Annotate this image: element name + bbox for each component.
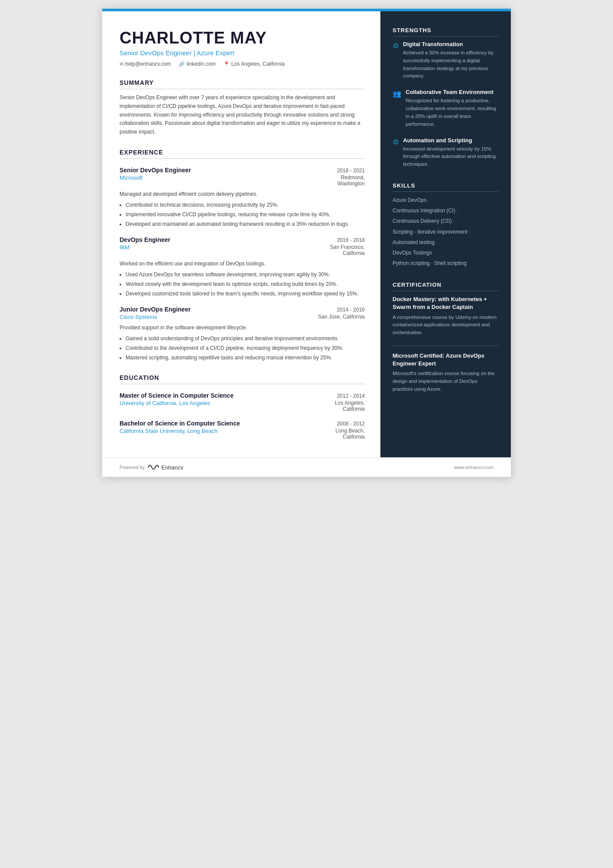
logo-icon [147,464,160,471]
edu-1-school: University of California, Los Angeles [120,400,210,412]
enhancv-logo: Enhancv [147,464,183,471]
job-3-bullet-1: Gained a solid understanding of DevOps p… [126,335,365,343]
edu-2-school-row: California State University, Long Beach … [120,428,365,440]
strengths-section: STRENGTHS ⚙ Digital Transformation Achie… [393,27,499,168]
contact-email: ✉ help@enhancv.com [120,61,171,67]
job-2-bullet-3: Developed customized tools tailored to t… [126,290,365,298]
email-icon: ✉ [120,61,123,67]
team-icon: 👥 [393,90,401,128]
job-1-location: Redmond,Washington [337,174,365,187]
certification-title: CERTIFICATION [393,282,499,291]
skill-7: Python scripting · Shell scripting [393,259,499,268]
job-2-bullet-1: Used Azure DevOps for seamless software … [126,271,365,279]
strength-3: ⚙ Automation and Scripting Increased dev… [393,137,499,168]
edu-2-school: California State University, Long Beach [120,428,217,440]
skill-5: Automated testing · [393,238,499,247]
right-column: STRENGTHS ⚙ Digital Transformation Achie… [380,11,511,457]
edu-2: Bachelor of Science in Computer Science … [120,420,365,440]
powered-by-text: Powered by [120,465,145,470]
job-2-dates: 2016 - 2018 [337,237,365,243]
experience-section: EXPERIENCE Senior DevOps Engineer 2018 -… [120,149,365,362]
job-1-company: Microsoft [120,174,143,187]
job-3-bullets: Gained a solid understanding of DevOps p… [120,335,365,362]
strength-1: ⚙ Digital Transformation Achieved a 30% … [393,41,499,80]
edu-2-header: Bachelor of Science in Computer Science … [120,420,365,427]
linkedin-text: linkedin.com [187,61,216,67]
summary-text: Senior DevOps Engineer with over 7 years… [120,94,365,137]
job-2-header: DevOps Engineer 2016 - 2018 [120,236,365,243]
edu-1-school-row: University of California, Los Angeles Lo… [120,400,365,412]
cert-1: Docker Mastery: with Kubernetes + Swarm … [393,295,499,337]
strength-1-content: Digital Transformation Achieved a 30% in… [403,41,499,80]
cert-2-title: Microsoft Certified: Azure DevOps Engine… [393,352,499,368]
job-1-bullet-2: Implemented innovative CI/CD pipeline to… [126,211,365,219]
link-icon: 🔗 [179,61,185,67]
job-2-description: Worked on the efficient use and integrat… [120,260,365,268]
edu-2-dates: 2008 - 2012 [337,421,365,427]
strength-1-desc: Achieved a 30% increase in efficiency by… [403,49,499,80]
job-3-header: Junior DevOps Engineer 2014 - 2016 [120,306,365,313]
job-1-bullets: Contributed to technical decisions, incr… [120,201,365,229]
job-2: DevOps Engineer 2016 - 2018 IBM San Fran… [120,236,365,298]
job-1-bullet-1: Contributed to technical decisions, incr… [126,201,365,209]
cert-2: Microsoft Certified: Azure DevOps Engine… [393,352,499,393]
job-2-company-row: IBM San Francisco,California [120,244,365,256]
location-text: Los Angeles, California [231,61,285,67]
footer-website: www.enhancv.com [454,465,493,470]
footer: Powered by Enhancv www.enhancv.com [102,457,511,477]
summary-section: SUMMARY Senior DevOps Engineer with over… [120,79,365,137]
strength-3-content: Automation and Scripting Increased devel… [403,137,499,168]
edu-2-degree: Bachelor of Science in Computer Science [120,420,240,427]
job-1-description: Managed and developed efficient custom d… [120,190,365,198]
contact-linkedin: 🔗 linkedin.com [179,61,216,67]
job-1-company-row: Microsoft Redmond,Washington [120,174,365,187]
strength-1-title: Digital Transformation [403,41,499,47]
job-3-location: San Jose, California [318,314,365,320]
job-1-dates: 2018 - 2021 [337,168,365,174]
skills-title: SKILLS [393,182,499,192]
job-3-company: Cisco Systems [120,314,157,320]
job-3-bullet-3: Mastered scripting, automating repetitiv… [126,354,365,362]
edu-1-location: Los Angeles,California [335,400,365,412]
cert-1-title: Docker Mastery: with Kubernetes + Swarm … [393,295,499,311]
skill-3: Continuous Delivery (CD) · [393,217,499,225]
job-3-company-row: Cisco Systems San Jose, California [120,314,365,320]
skill-1: Azure DevOps · [393,196,499,204]
certification-section: CERTIFICATION Docker Mastery: with Kuber… [393,282,499,393]
job-2-bullets: Used Azure DevOps for seamless software … [120,271,365,298]
skill-4: Scripting · Iterative improvement · [393,228,499,236]
job-1-bullet-3: Developed and maintained an automated te… [126,220,365,228]
edu-1: Master of Science in Computer Science 20… [120,392,365,412]
job-2-title: DevOps Engineer [120,236,170,243]
job-3-bullet-2: Contributed to the development of a CI/C… [126,344,365,352]
brand-name: Enhancv [161,464,183,471]
summary-title: SUMMARY [120,79,365,89]
job-1: Senior DevOps Engineer 2018 - 2021 Micro… [120,167,365,228]
candidate-name: CHARLOTTE MAY [120,29,365,47]
cert-2-desc: Microsoft's certification course focusin… [393,370,499,393]
contact-info: ✉ help@enhancv.com 🔗 linkedin.com 📍 Los … [120,61,365,67]
footer-brand: Powered by Enhancv [120,464,183,471]
cert-1-desc: A comprehensive course by Udemy on moder… [393,314,499,337]
email-text: help@enhancv.com [125,61,171,67]
job-3-title: Junior DevOps Engineer [120,306,190,313]
name-section: CHARLOTTE MAY Senior DevOps Engineer | A… [120,29,365,67]
edu-1-dates: 2012 - 2014 [337,393,365,399]
job-3-dates: 2014 - 2016 [337,307,365,313]
edu-1-header: Master of Science in Computer Science 20… [120,392,365,399]
cert-divider [393,345,499,346]
location-icon: 📍 [223,61,230,67]
strength-3-title: Automation and Scripting [403,137,499,144]
left-column: CHARLOTTE MAY Senior DevOps Engineer | A… [102,11,380,457]
job-2-company: IBM [120,244,130,256]
job-3: Junior DevOps Engineer 2014 - 2016 Cisco… [120,306,365,362]
strengths-title: STRENGTHS [393,27,499,37]
skill-6: DevOps Toolings · [393,249,499,257]
strength-2-desc: Recognized for fostering a productive, c… [406,97,499,128]
candidate-title: Senior DevOps Engineer | Azure Expert [120,49,365,57]
experience-title: EXPERIENCE [120,149,365,159]
digital-transform-icon: ⚙ [393,42,399,80]
edu-1-degree: Master of Science in Computer Science [120,392,233,399]
skills-section: SKILLS Azure DevOps · Continuous Integra… [393,182,499,268]
skill-2: Continuous Integration (CI) · [393,207,499,215]
